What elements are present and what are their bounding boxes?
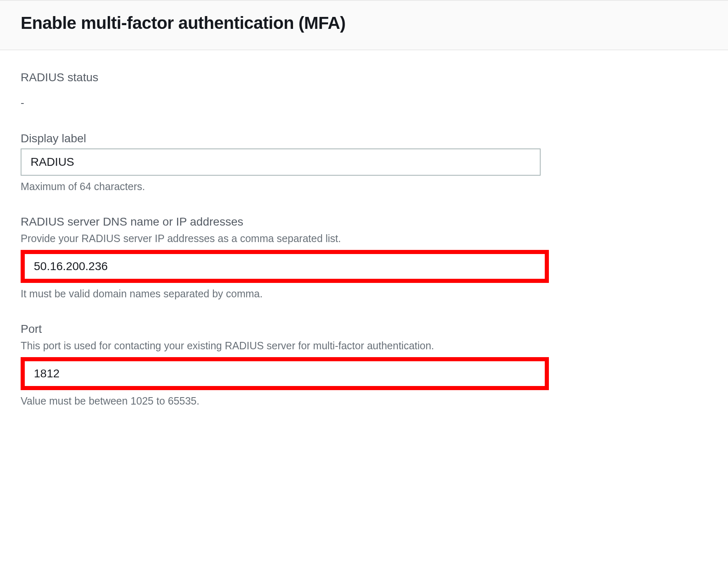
server-address-highlight [21,250,549,283]
server-address-subtext: Provide your RADIUS server IP addresses … [21,232,707,246]
port-input[interactable] [25,361,545,386]
port-highlight [21,357,549,390]
server-address-help: It must be valid domain names separated … [21,288,707,300]
page-title: Enable multi-factor authentication (MFA) [21,13,707,33]
port-subtext: This port is used for contacting your ex… [21,339,707,353]
page-header: Enable multi-factor authentication (MFA) [0,0,728,50]
port-help: Value must be between 1025 to 65535. [21,395,707,407]
radius-status-value: - [21,96,707,109]
port-group: Port This port is used for contacting yo… [21,322,707,407]
server-address-input[interactable] [25,254,545,279]
form-content: RADIUS status - Display label Maximum of… [0,50,728,442]
radius-status-group: RADIUS status - [21,71,707,109]
display-label-input[interactable] [21,148,541,176]
display-label-label: Display label [21,132,707,145]
port-label: Port [21,322,707,336]
display-label-help: Maximum of 64 characters. [21,181,707,193]
server-address-group: RADIUS server DNS name or IP addresses P… [21,215,707,300]
server-address-label: RADIUS server DNS name or IP addresses [21,215,707,228]
display-label-group: Display label Maximum of 64 characters. [21,132,707,193]
radius-status-label: RADIUS status [21,71,707,84]
